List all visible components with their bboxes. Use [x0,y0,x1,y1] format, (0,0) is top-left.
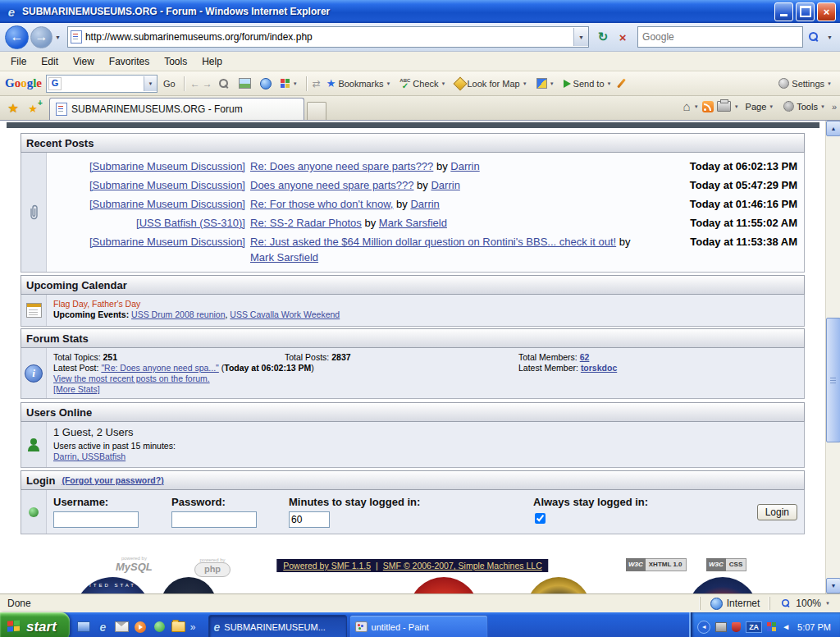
spellcheck-button[interactable]: ABC✓Check▼ [396,76,449,91]
page-menu-button[interactable]: Page▼ [742,100,778,113]
new-tab-stub[interactable] [307,102,326,120]
smf-copyright-link[interactable]: SMF © 2006-2007, Simple Machines LLC [383,561,542,571]
post-title-link[interactable]: Does anyone need spare parts??? [250,179,413,191]
poster-link[interactable]: Darrin [431,179,459,191]
post-title-link[interactable]: Re: SS-2 Radar Photos [250,217,362,229]
login-button[interactable]: Login [757,504,797,520]
bookmarks-button[interactable]: ★Bookmarks▼ [323,76,395,90]
poster-link[interactable]: Mark Sarsfield [379,217,447,229]
autofill-button[interactable] [617,76,626,90]
vertical-scrollbar[interactable]: ▲ ▼ [825,121,840,593]
look-for-map-button[interactable]: Look for Map▼ [452,77,531,90]
next-result-icon[interactable]: → [203,78,212,89]
task-submarinemuseums[interactable]: e SUBMARINEMUSEUM... [208,615,347,637]
print-icon[interactable] [717,101,731,112]
tray-app-icon[interactable] [767,622,777,632]
google-search-dropdown[interactable]: ▼ [144,76,157,91]
w3c-css-badge[interactable]: W3CCSS [706,558,746,571]
search-input[interactable] [638,31,802,43]
board-link[interactable]: [Submarine Museum Discussion] [89,179,245,191]
zoom-dropdown-icon[interactable]: ▼ [825,601,830,606]
address-input[interactable] [82,31,573,43]
address-dropdown[interactable]: ▼ [573,28,588,46]
mail-icon[interactable] [115,620,129,634]
post-title-link[interactable]: Re: Just asked the $64 Million dollar qu… [250,236,616,248]
highlight-button[interactable]: ▼ [533,76,558,90]
stop-button[interactable]: × [613,27,632,47]
powered-by-smf-link[interactable]: Powered by SMF 1.1.5 [283,561,371,571]
tools-menu-button[interactable]: Tools▼ [780,99,829,113]
volume-icon[interactable]: ◄ [782,622,790,631]
home-dropdown-icon[interactable]: ▼ [694,104,699,109]
menu-favorites[interactable]: Favorites [102,53,157,70]
post-title-link[interactable]: Re: For those who don't know, [250,198,393,210]
images-button[interactable] [235,76,254,90]
poster-link[interactable]: Darrin [410,198,439,210]
messenger-icon[interactable] [153,620,167,634]
event-link[interactable]: USS Drum 2008 reunion [131,309,225,319]
menu-view[interactable]: View [66,53,102,70]
safely-remove-hardware-icon[interactable] [715,622,727,632]
minimize-button[interactable] [774,2,793,21]
board-link[interactable]: [Submarine Museum Discussion] [89,198,245,210]
hide-tray-icons-button[interactable]: ◄ [697,621,710,634]
prev-result-icon[interactable]: ← [190,78,200,89]
w3c-xhtml-badge[interactable]: W3CXHTML 1.0 [626,558,687,571]
poster-link[interactable]: Mark Sarsfield [250,251,318,264]
more-stats-link[interactable]: [More Stats] [53,384,100,394]
scrollbar-thumb[interactable] [826,318,840,442]
latest-member-link[interactable]: torskdoc [581,363,617,373]
search-dropdown-icon[interactable]: ▼ [824,34,835,40]
taskbar-clock[interactable]: 5:07 PM [797,622,831,632]
event-link[interactable]: USS Cavalla Work Weekend [230,309,340,319]
home-icon[interactable]: ⌂ [683,100,691,112]
board-link[interactable]: [Submarine Museum Discussion] [89,160,245,172]
poster-link[interactable]: Darrin [450,160,479,172]
always-logged-in-checkbox[interactable] [535,513,546,524]
password-field[interactable] [171,511,257,528]
swap-arrows-icon[interactable]: ⇄ [313,78,321,89]
tab-submarinemuseums[interactable]: SUBMARINEMUSEUMS.ORG - Forum [49,98,304,120]
print-dropdown-icon[interactable]: ▼ [734,104,739,109]
send-to-button[interactable]: Send to▼ [560,77,615,90]
address-bar[interactable]: ▼ [67,26,589,48]
settings-button[interactable]: Settings▼ [775,76,835,90]
view-recent-posts-link[interactable]: View the most recent posts on the forum. [53,373,210,383]
menu-edit[interactable]: Edit [34,53,66,70]
close-button[interactable]: × [817,2,836,21]
apps-button[interactable]: ▼ [277,77,301,90]
zoom-control[interactable]: 100% ▼ [769,597,840,610]
scroll-up-button[interactable]: ▲ [826,121,840,136]
board-link[interactable]: [USS Batfish (SS-310)] [136,217,245,229]
refresh-button[interactable]: ↻ [593,27,613,47]
mysql-logo[interactable]: powered byMySQL [116,556,153,573]
forward-button[interactable]: → [30,26,52,48]
favorites-center-button[interactable]: ★ [3,99,23,118]
media-player-icon[interactable] [134,620,148,634]
show-desktop-icon[interactable] [77,620,91,634]
go-button[interactable]: Go [160,77,179,90]
username-field[interactable] [53,511,139,528]
internet-explorer-icon[interactable]: e [96,620,110,634]
task-paint[interactable]: untitled - Paint [349,615,488,637]
folder-icon[interactable] [171,620,185,634]
menu-tools[interactable]: Tools [157,53,194,70]
rss-feed-icon[interactable] [702,101,714,112]
history-dropdown-icon[interactable]: ▼ [52,34,63,40]
post-title-link[interactable]: Re: Does anyone need spare parts??? [250,160,433,172]
total-members-link[interactable]: 62 [580,352,590,362]
add-favorite-button[interactable]: ★+ [23,99,43,118]
php-logo[interactable]: powered byphp [194,557,231,577]
menu-file[interactable]: File [3,53,34,70]
menu-help[interactable]: Help [194,53,230,70]
zoom-tool-button[interactable] [215,76,233,91]
latest-post-link[interactable]: "Re: Does anyone need spa..." [101,363,218,373]
google-search-input[interactable]: G ▼ [46,75,158,93]
search-button[interactable] [803,27,824,47]
command-overflow-chevron[interactable]: » [832,102,837,112]
board-link[interactable]: [Submarine Museum Discussion] [89,236,245,248]
search-box[interactable] [637,26,803,48]
security-shield-icon[interactable] [732,622,741,632]
active-users-links[interactable]: Darrin, USSBatfish [53,451,126,461]
back-button[interactable]: ← [5,25,29,49]
